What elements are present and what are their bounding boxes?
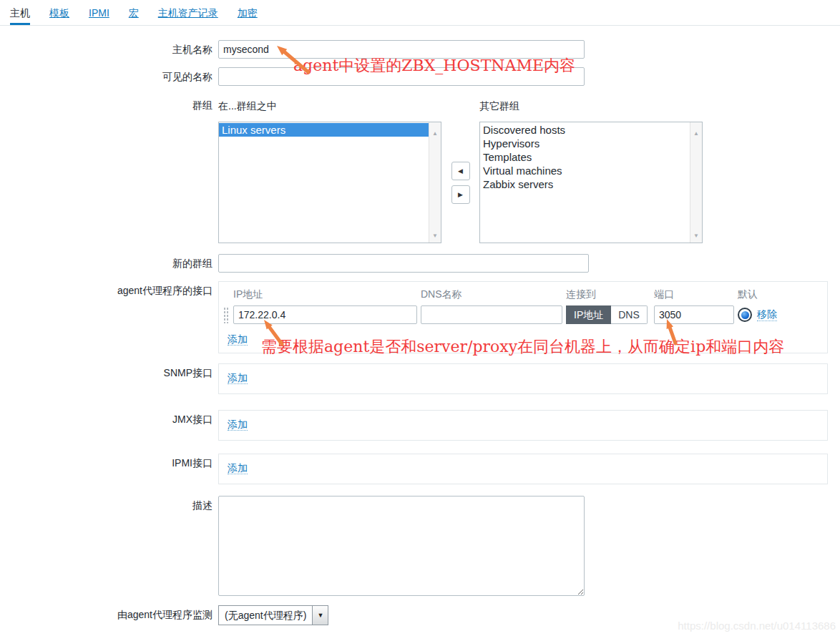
scroll-down-icon[interactable] <box>693 228 699 240</box>
snmp-label: SNMP接口 <box>0 363 218 380</box>
scroll-up-icon[interactable] <box>432 125 438 137</box>
row-host-name: 主机名称 <box>0 40 840 59</box>
drag-handle-icon[interactable] <box>223 306 229 323</box>
host-name-input[interactable] <box>218 40 585 59</box>
list-item[interactable]: Templates <box>480 150 690 164</box>
connect-to-option[interactable]: IP地址 <box>566 305 611 324</box>
proxy-combobox[interactable]: (无agent代理程序) <box>218 605 328 625</box>
row-visible-name: 可见的名称 <box>0 67 840 86</box>
in-groups-column: 在...群组之中 Linux servers <box>218 99 441 243</box>
scroll-down-icon[interactable] <box>432 228 438 240</box>
new-group-label: 新的群组 <box>0 254 218 270</box>
tab[interactable]: 宏 <box>129 7 139 25</box>
interface-add-row: 添加 <box>223 333 820 346</box>
default-radio[interactable] <box>738 308 752 322</box>
host-name-label: 主机名称 <box>0 40 218 57</box>
in-groups-listbox[interactable]: Linux servers <box>218 122 441 243</box>
proxy-selected-value: (无agent代理程序) <box>218 605 313 625</box>
description-textarea[interactable] <box>218 496 585 596</box>
list-item[interactable]: Virtual machines <box>480 164 690 177</box>
host-config-page: 主机模板IPMI宏主机资产记录加密 主机名称 可见的名称 群组 在...群组之中… <box>0 0 840 636</box>
row-description: 描述 <box>0 496 840 596</box>
visible-name-input[interactable] <box>218 67 585 86</box>
monitored-by-label: 由agent代理程序监测 <box>0 605 218 622</box>
ipmi-box: 添加 <box>218 454 828 484</box>
move-right-button[interactable] <box>451 185 470 204</box>
new-group-input[interactable] <box>218 254 589 273</box>
host-form: 主机名称 可见的名称 群组 在...群组之中 Linux servers <box>0 26 840 625</box>
row-snmp: SNMP接口 添加 <box>0 363 840 394</box>
interface-port-input[interactable] <box>654 305 734 324</box>
scroll-up-icon[interactable] <box>693 125 699 137</box>
other-groups-header: 其它群组 <box>479 99 703 112</box>
groups-label: 群组 <box>0 99 218 112</box>
row-groups: 群组 在...群组之中 Linux servers <box>0 99 840 243</box>
groups-widget: 在...群组之中 Linux servers <box>218 99 703 243</box>
row-new-group: 新的群组 <box>0 254 840 273</box>
tab[interactable]: 主机 <box>10 7 30 25</box>
list-item[interactable]: Discovered hosts <box>480 123 690 137</box>
in-groups-scrollbar[interactable] <box>429 122 441 243</box>
combo-dropdown-icon[interactable] <box>313 605 328 625</box>
connect-to-option[interactable]: DNS <box>611 305 648 324</box>
agent-interfaces-label: agent代理程序的接口 <box>0 281 218 298</box>
interface-default-cell: 移除 <box>738 308 820 322</box>
column-header-connect-to: 连接到 <box>566 288 650 300</box>
jmx-label: JMX接口 <box>0 410 218 426</box>
interface-row: IP地址DNS 移除 <box>223 305 820 324</box>
list-item[interactable]: Hypervisors <box>480 137 690 150</box>
other-groups-column: 其它群组 Discovered hostsHypervisorsTemplate… <box>479 99 703 243</box>
group-transfer-buttons <box>441 122 479 243</box>
tab-bar: 主机模板IPMI宏主机资产记录加密 <box>0 0 840 26</box>
other-groups-listbox[interactable]: Discovered hostsHypervisorsTemplatesVirt… <box>479 122 703 243</box>
interface-header-row: IP地址 DNS名称 连接到 端口 默认 <box>223 288 820 305</box>
add-ipmi-interface-link[interactable]: 添加 <box>228 462 248 474</box>
interface-dns-input[interactable] <box>421 305 562 324</box>
visible-name-label: 可见的名称 <box>0 67 218 84</box>
list-item[interactable]: Linux servers <box>219 123 429 137</box>
list-item[interactable]: Zabbix servers <box>480 177 690 191</box>
add-jmx-interface-link[interactable]: 添加 <box>228 419 248 431</box>
interface-ip-input[interactable] <box>233 305 417 324</box>
ipmi-label: IPMI接口 <box>0 454 218 470</box>
tab[interactable]: IPMI <box>89 7 109 25</box>
row-agent-interfaces: agent代理程序的接口 IP地址 DNS名称 连接到 端口 默认 IP地址 <box>0 281 840 353</box>
row-monitored-by: 由agent代理程序监测 (无agent代理程序) <box>0 605 840 625</box>
remove-interface-link[interactable]: 移除 <box>757 308 777 321</box>
tab[interactable]: 加密 <box>238 7 258 25</box>
other-groups-scrollbar[interactable] <box>690 122 702 243</box>
snmp-box: 添加 <box>218 363 828 394</box>
tab[interactable]: 主机资产记录 <box>158 7 218 25</box>
add-agent-interface-link[interactable]: 添加 <box>228 333 248 346</box>
tab[interactable]: 模板 <box>49 7 69 25</box>
row-ipmi: IPMI接口 添加 <box>0 454 840 484</box>
in-groups-header: 在...群组之中 <box>218 99 441 112</box>
jmx-box: 添加 <box>218 410 828 441</box>
description-label: 描述 <box>0 496 218 512</box>
add-snmp-interface-link[interactable]: 添加 <box>228 372 248 384</box>
column-header-default: 默认 <box>738 288 820 300</box>
column-header-port: 端口 <box>654 288 734 300</box>
agent-interfaces-box: IP地址 DNS名称 连接到 端口 默认 IP地址DNS <box>218 281 828 353</box>
connect-to-toggle: IP地址DNS <box>566 305 650 324</box>
move-left-button[interactable] <box>451 162 470 180</box>
row-jmx: JMX接口 添加 <box>0 410 840 441</box>
column-header-ip: IP地址 <box>233 288 417 300</box>
column-header-dns: DNS名称 <box>421 288 562 300</box>
